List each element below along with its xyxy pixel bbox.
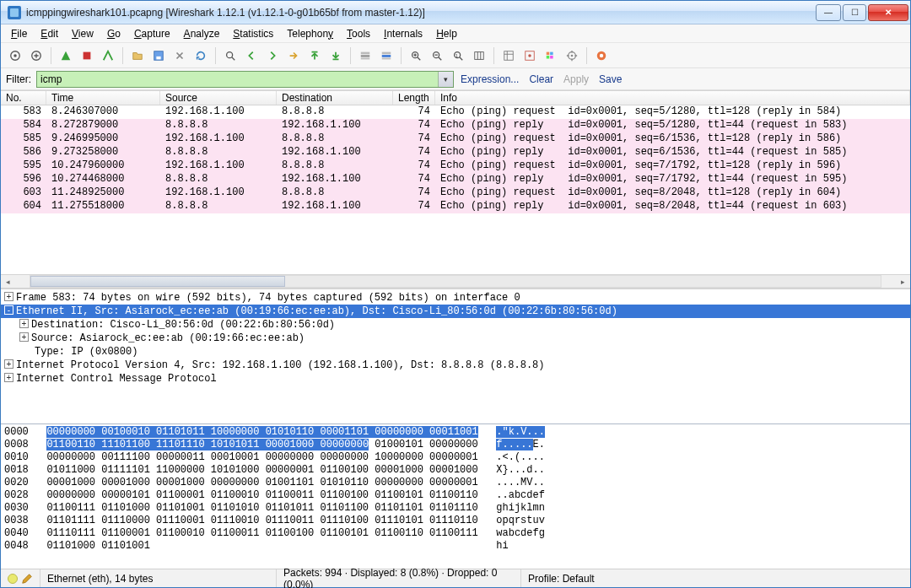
- svg-point-28: [600, 53, 603, 57]
- menubar: File Edit View Go Capture Analyze Statis…: [1, 24, 910, 43]
- expert-info-icon[interactable]: [8, 574, 18, 584]
- filter-label: Filter:: [6, 73, 31, 85]
- capture-filters-icon[interactable]: [499, 46, 518, 65]
- expand-icon[interactable]: +: [4, 292, 13, 301]
- packet-row[interactable]: 59510.247960000192.168.1.1008.8.8.874Ech…: [1, 159, 910, 173]
- prefs-icon[interactable]: [563, 46, 581, 65]
- options-icon[interactable]: [27, 46, 46, 65]
- col-source[interactable]: Source: [160, 91, 277, 105]
- colorize-icon[interactable]: [356, 46, 375, 65]
- menu-file[interactable]: File: [6, 26, 32, 41]
- status-expert[interactable]: [1, 569, 40, 587]
- close-button[interactable]: ✕: [868, 4, 908, 21]
- tree-ip[interactable]: +Internet Protocol Version 4, Src: 192.1…: [1, 359, 910, 372]
- svg-rect-9: [361, 57, 370, 59]
- zoom-out-icon[interactable]: [428, 46, 446, 65]
- collapse-icon[interactable]: -: [4, 305, 13, 315]
- goto-last-icon[interactable]: [326, 46, 345, 65]
- tree-ethernet[interactable]: -Ethernet II, Src: Asiarock_ec:ee:ab (00…: [1, 305, 910, 318]
- packet-details-pane[interactable]: +Frame 583: 74 bytes on wire (592 bits),…: [1, 289, 910, 423]
- svg-rect-12: [382, 57, 391, 59]
- tree-eth-dst[interactable]: +Destination: Cisco-Li_80:56:0d (00:22:6…: [1, 318, 910, 332]
- col-no[interactable]: No.: [1, 91, 46, 105]
- filter-save[interactable]: Save: [596, 73, 625, 85]
- svg-point-26: [571, 54, 574, 57]
- close-file-icon[interactable]: [170, 46, 189, 65]
- help-icon[interactable]: [592, 46, 611, 65]
- filter-clear[interactable]: Clear: [526, 73, 557, 85]
- packet-row[interactable]: 60411.2755180008.8.8.8192.168.1.10074Ech…: [1, 200, 910, 213]
- scroll-right-icon[interactable]: ▸: [896, 275, 910, 288]
- goto-icon[interactable]: [284, 46, 303, 65]
- filter-apply[interactable]: Apply: [560, 73, 592, 85]
- svg-rect-24: [550, 56, 553, 59]
- back-icon[interactable]: [242, 46, 261, 65]
- menu-analyze[interactable]: Analyze: [179, 26, 225, 41]
- h-scrollbar[interactable]: ◂ ▸: [1, 274, 910, 289]
- packet-row[interactable]: 5848.2728790008.8.8.8192.168.1.10074Echo…: [1, 119, 910, 132]
- tree-icmp[interactable]: +Internet Control Message Protocol: [1, 372, 910, 386]
- zoom-in-icon[interactable]: [407, 46, 425, 65]
- filter-expression[interactable]: Expression...: [457, 73, 522, 85]
- start-capture-icon[interactable]: [57, 46, 75, 65]
- scroll-left-icon[interactable]: ◂: [1, 275, 15, 288]
- zoom-reset-icon[interactable]: 1: [449, 46, 467, 65]
- interfaces-icon[interactable]: [6, 46, 24, 65]
- packet-bytes-pane[interactable]: 0000 00000000 00100010 01101011 10000000…: [1, 423, 910, 569]
- packet-list-pane: No. Time Source Destination Length Info …: [1, 90, 910, 289]
- expand-icon[interactable]: +: [4, 359, 13, 369]
- menu-internals[interactable]: Internals: [379, 26, 428, 41]
- scroll-thumb[interactable]: [30, 276, 285, 287]
- filter-dropdown-icon[interactable]: ▾: [438, 72, 453, 87]
- resize-cols-icon[interactable]: [470, 46, 488, 65]
- expand-icon[interactable]: +: [4, 373, 13, 382]
- col-destination[interactable]: Destination: [277, 91, 393, 105]
- packet-row[interactable]: 5838.246307000192.168.1.1008.8.8.874Echo…: [1, 105, 910, 119]
- display-filters-icon[interactable]: [520, 46, 539, 65]
- expand-icon[interactable]: +: [19, 319, 29, 328]
- menu-telephony[interactable]: Telephony: [282, 26, 338, 41]
- menu-view[interactable]: View: [67, 26, 99, 41]
- minimize-button[interactable]: —: [816, 4, 841, 21]
- tree-eth-src[interactable]: +Source: Asiarock_ec:ee:ab (00:19:66:ec:…: [1, 332, 910, 345]
- packet-row[interactable]: 59610.2744680008.8.8.8192.168.1.10074Ech…: [1, 173, 910, 186]
- tree-frame[interactable]: +Frame 583: 74 bytes on wire (592 bits),…: [1, 291, 910, 305]
- expand-icon[interactable]: +: [19, 332, 29, 342]
- save-file-icon[interactable]: [149, 46, 168, 65]
- packet-row[interactable]: 60311.248925000192.168.1.1008.8.8.874Ech…: [1, 186, 910, 200]
- edit-icon[interactable]: [21, 573, 33, 585]
- tree-eth-type[interactable]: Type: IP (0x0800): [1, 345, 910, 359]
- svg-rect-5: [156, 56, 160, 59]
- col-time[interactable]: Time: [46, 91, 160, 105]
- filter-input[interactable]: [37, 73, 438, 85]
- stop-capture-icon[interactable]: [78, 46, 96, 65]
- svg-rect-22: [550, 51, 553, 55]
- svg-rect-17: [475, 51, 484, 59]
- menu-tools[interactable]: Tools: [342, 26, 375, 41]
- titlebar[interactable]: icmppingwireshark101.pcapng [Wireshark 1…: [1, 1, 910, 24]
- packet-rows[interactable]: 5838.246307000192.168.1.1008.8.8.874Echo…: [1, 105, 910, 274]
- svg-rect-8: [361, 55, 370, 57]
- packet-row[interactable]: 5859.246995000192.168.1.1008.8.8.874Echo…: [1, 132, 910, 146]
- autoscroll-icon[interactable]: [377, 46, 396, 65]
- col-length[interactable]: Length: [393, 91, 435, 105]
- status-field: Ethernet (eth), 14 bytes: [40, 569, 277, 587]
- find-icon[interactable]: [221, 46, 240, 65]
- status-profile[interactable]: Profile: Default: [521, 569, 910, 587]
- filter-box: ▾: [36, 71, 454, 88]
- packet-row[interactable]: 5869.2732580008.8.8.8192.168.1.10074Echo…: [1, 146, 910, 159]
- goto-first-icon[interactable]: [305, 46, 324, 65]
- restart-capture-icon[interactable]: [99, 46, 117, 65]
- menu-edit[interactable]: Edit: [35, 26, 63, 41]
- menu-capture[interactable]: Capture: [129, 26, 175, 41]
- coloring-rules-icon[interactable]: [542, 46, 560, 65]
- col-info[interactable]: Info: [435, 91, 910, 105]
- menu-help[interactable]: Help: [431, 26, 462, 41]
- menu-statistics[interactable]: Statistics: [228, 26, 278, 41]
- packet-list-header[interactable]: No. Time Source Destination Length Info: [1, 90, 910, 105]
- open-file-icon[interactable]: [128, 46, 147, 65]
- reload-icon[interactable]: [191, 46, 210, 65]
- maximize-button[interactable]: ☐: [843, 4, 866, 21]
- menu-go[interactable]: Go: [102, 26, 126, 41]
- forward-icon[interactable]: [263, 46, 282, 65]
